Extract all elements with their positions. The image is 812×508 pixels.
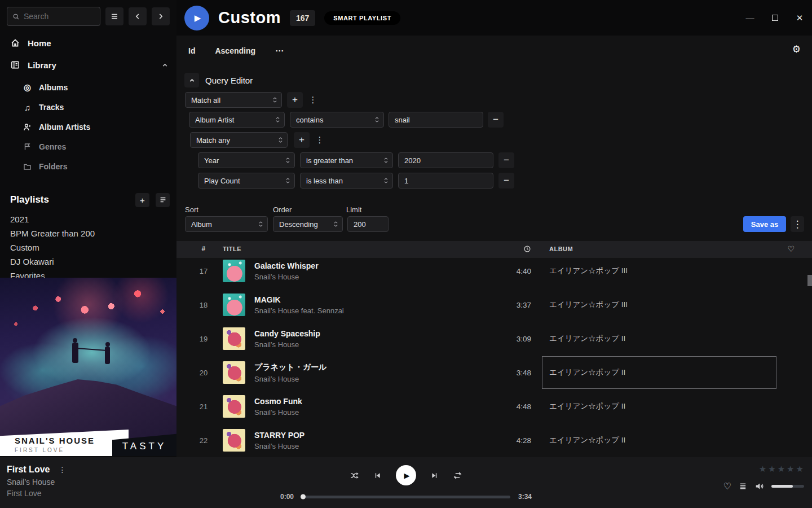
track-row[interactable]: 17 Galactic Whisper Snail’s House 4:40 エ…	[176, 257, 812, 288]
add-rule-button-group2[interactable]: +	[294, 132, 310, 148]
sidebar-item-home[interactable]: Home	[0, 36, 176, 50]
window-maximize-button[interactable]	[762, 0, 787, 36]
remove-rule-button[interactable]: −	[498, 152, 514, 168]
track-album[interactable]: エイリアン☆ポップ III	[549, 257, 792, 288]
playlist-item[interactable]: 2021	[0, 212, 176, 226]
match-type-select-group1[interactable]: Match all	[185, 92, 282, 108]
next-button[interactable]	[430, 471, 439, 480]
rule-value-input[interactable]	[398, 173, 493, 189]
playlists-header: Playlists +	[0, 192, 176, 207]
column-header-album[interactable]: ALBUM	[549, 246, 792, 252]
rating-stars: ★ ★ ★ ★ ★	[759, 464, 804, 474]
sort-select[interactable]: Album	[185, 216, 268, 232]
volume-button[interactable]	[754, 481, 764, 491]
save-as-button[interactable]: Save as	[743, 216, 786, 232]
seek-handle[interactable]	[301, 494, 306, 500]
rule-operator-select[interactable]: is less than	[300, 173, 393, 189]
column-header-index[interactable]: #	[192, 245, 215, 253]
column-header-duration[interactable]	[492, 245, 531, 253]
sidebar-item-albums[interactable]: ◎ Albums	[0, 81, 176, 94]
group1-options-button[interactable]: ⋮	[308, 92, 318, 108]
rule-value-input[interactable]	[389, 112, 483, 128]
search-box[interactable]	[7, 7, 100, 26]
back-button[interactable]	[129, 7, 147, 25]
limit-input[interactable]	[347, 216, 389, 232]
select-caret-icon	[383, 177, 389, 185]
minus-icon: −	[493, 114, 498, 125]
rule-value-input[interactable]	[398, 152, 493, 168]
artwork-figure-right	[105, 347, 110, 364]
track-album[interactable]: エイリアン☆ポップ II	[549, 322, 792, 356]
playlist-item[interactable]: Custom	[0, 240, 176, 255]
select-value: is less than	[306, 177, 380, 185]
favorite-button[interactable]: ♡	[723, 481, 731, 492]
play-pause-button[interactable]: ▶	[396, 465, 416, 485]
star-icon[interactable]: ★	[778, 464, 785, 474]
add-rule-button-group1[interactable]: +	[287, 92, 303, 108]
window-minimize-button[interactable]: —	[738, 0, 762, 36]
sidebar-item-tracks[interactable]: ♫ Tracks	[0, 100, 176, 114]
track-row[interactable]: 21 Cosmo Funk Snail’s House 4:48 エイリアン☆ポ…	[176, 389, 812, 423]
track-album[interactable]: エイリアン☆ポップ III	[549, 288, 792, 322]
window-close-button[interactable]: ✕	[787, 0, 812, 36]
track-row[interactable]: 22 STARRY POP Snail’s House 4:28 エイリアン☆ポ…	[176, 423, 812, 457]
rule-field-select[interactable]: Play Count	[198, 173, 295, 189]
sidebar-item-library[interactable]: Library	[0, 58, 176, 72]
search-input[interactable]	[24, 12, 95, 21]
queue-button[interactable]	[739, 482, 747, 491]
play-icon: ▶	[404, 471, 410, 480]
track-album[interactable]: エイリアン☆ポップ II	[549, 389, 792, 423]
rule-operator-select[interactable]: is greater than	[300, 152, 393, 168]
add-playlist-button[interactable]: +	[135, 193, 149, 207]
remove-rule-button[interactable]: −	[488, 112, 504, 128]
track-artwork	[223, 361, 245, 384]
playlist-item[interactable]: BPM Greater than 200	[0, 226, 176, 240]
star-icon[interactable]: ★	[759, 464, 766, 474]
rule-field-select[interactable]: Album Artist	[189, 112, 285, 128]
playlist-item[interactable]: DJ Okawari	[0, 255, 176, 269]
next-icon	[430, 471, 439, 480]
rule-operator-select[interactable]: contains	[290, 112, 384, 128]
sort-direction-button[interactable]: Ascending	[215, 46, 255, 55]
group2-options-button[interactable]: ⋮	[315, 132, 325, 148]
sidebar-item-genres[interactable]: Genres	[0, 140, 176, 154]
track-row[interactable]: 18 MAGIK Snail’s House feat. Sennzai 3:3…	[176, 288, 812, 322]
volume-slider[interactable]	[771, 485, 804, 488]
kebab-icon: ⋮	[316, 135, 324, 145]
previous-button[interactable]	[373, 471, 382, 480]
column-header-title[interactable]: TITLE	[223, 246, 241, 252]
settings-button[interactable]: ⚙	[792, 45, 801, 54]
rule-field-select[interactable]: Year	[198, 152, 295, 168]
star-icon[interactable]: ★	[796, 464, 804, 474]
track-row[interactable]: 19 Candy Spaceship Snail’s House 3:09 エイ…	[176, 322, 812, 356]
column-header-favorite[interactable]: ♡	[787, 244, 795, 253]
star-icon[interactable]: ★	[768, 464, 775, 474]
sidebar-item-folders[interactable]: Folders	[0, 160, 176, 173]
track-album[interactable]: エイリアン☆ポップ II	[549, 423, 792, 457]
shuffle-button[interactable]	[350, 471, 359, 480]
seek-bar[interactable]	[302, 496, 510, 498]
track-artwork	[223, 327, 245, 350]
match-type-select-group2[interactable]: Match any	[190, 132, 288, 148]
repeat-button[interactable]	[453, 471, 462, 480]
sidebar-item-album-artists[interactable]: Album Artists	[0, 120, 176, 134]
now-playing-artwork: SNAIL'S HOUSE FIRST LOVE TASTY	[0, 278, 176, 456]
play-playlist-button[interactable]: ▶	[184, 6, 209, 30]
playlist-list-button[interactable]	[156, 193, 170, 207]
track-row[interactable]: 20 プラネット・ガール Snail’s House 3:48 エイリアン☆ポッ…	[176, 356, 812, 389]
query-editor-collapse-button[interactable]	[184, 73, 199, 87]
track-artwork	[223, 429, 245, 452]
scrollbar-thumb[interactable]	[807, 275, 812, 286]
sort-field-button[interactable]: Id	[188, 46, 195, 55]
now-playing-album: First Love	[7, 489, 66, 498]
order-select[interactable]: Descending	[273, 216, 343, 232]
track-album-focused-cell[interactable]: エイリアン☆ポップ II	[549, 356, 792, 389]
menu-button[interactable]	[105, 7, 123, 25]
save-options-button[interactable]: ⋮	[791, 216, 804, 232]
remove-rule-button[interactable]: −	[498, 173, 514, 189]
now-playing-options-button[interactable]: ⋮	[58, 465, 66, 474]
more-options-button[interactable]: ⋯	[275, 46, 284, 56]
artwork-label: TASTY	[122, 441, 167, 452]
star-icon[interactable]: ★	[787, 464, 794, 474]
forward-button[interactable]	[152, 7, 170, 25]
